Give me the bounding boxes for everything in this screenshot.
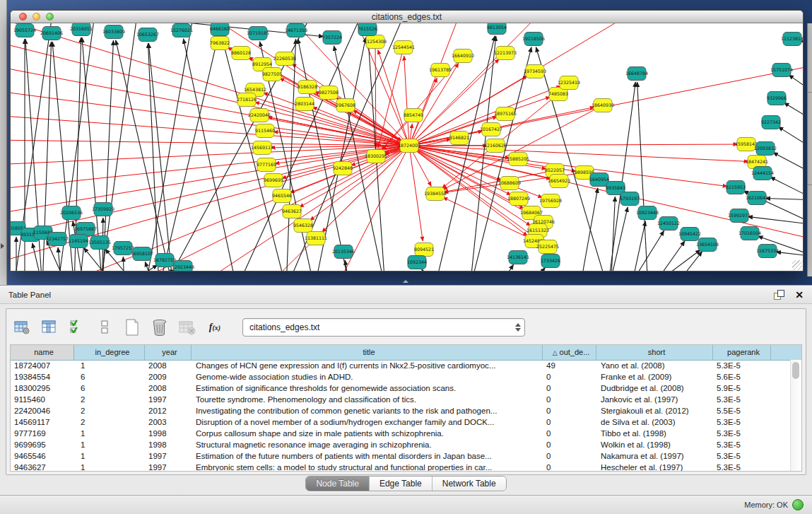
citation-edge-black[interactable] — [611, 197, 615, 271]
graph-node-2803144[interactable]: 2803144 — [295, 98, 314, 111]
graph-node-16210643[interactable]: 16210643 — [746, 192, 768, 205]
tab-node-table[interactable]: Node Table — [306, 477, 370, 491]
citation-edge-black[interactable] — [632, 230, 664, 271]
graph-node-9546328[interactable]: 9546328 — [293, 219, 313, 233]
delete-table-icon[interactable] — [177, 317, 197, 337]
citation-edge-red[interactable] — [410, 124, 412, 139]
table-row[interactable]: 946362711997Embryonic stem cells: a mode… — [11, 462, 790, 471]
column-header-pagerank[interactable]: pagerank — [713, 345, 771, 360]
split-pane-handle[interactable] — [403, 279, 409, 284]
citation-edge-black[interactable] — [770, 177, 803, 200]
citation-edge-black[interactable] — [773, 153, 803, 175]
graph-node-15751074[interactable]: 15751074 — [770, 64, 793, 77]
resize-grip[interactable] — [792, 260, 802, 270]
citation-edge-black[interactable] — [748, 216, 803, 225]
graph-node-10945422[interactable]: 10945422 — [678, 228, 701, 241]
control-panel-expand-icon[interactable] — [1, 243, 4, 249]
graph-node-12450122[interactable]: 12450122 — [657, 217, 680, 230]
zoom-icon[interactable] — [46, 13, 54, 21]
citation-edge-black[interactable] — [530, 267, 545, 271]
table-row[interactable]: 946554611997Estimation of the future num… — [11, 450, 790, 462]
table-row[interactable]: 1456911722003Disruption of a novel membe… — [11, 416, 790, 428]
citation-edge-black[interactable] — [675, 251, 702, 271]
graph-node-12093832[interactable]: 12093832 — [754, 142, 777, 156]
graph-node-20135346[interactable]: 20135346 — [332, 245, 355, 259]
column-visibility-icon[interactable] — [40, 317, 59, 337]
table-row[interactable]: 969969511998Structural magnetic resonanc… — [11, 439, 790, 450]
graph-node-19055724[interactable]: 19055724 — [13, 24, 36, 37]
graph-node-20691406[interactable]: 20691406 — [40, 27, 63, 40]
column-header-year[interactable]: year — [145, 345, 192, 360]
citation-edge-black[interactable] — [123, 257, 124, 271]
create-table-icon[interactable] — [122, 317, 142, 337]
graph-node-9827508[interactable]: 9827508 — [319, 86, 339, 100]
delete-rows-icon[interactable] — [150, 317, 170, 337]
network-canvas[interactable]: 1872400779638228860128891295422260538982… — [11, 23, 803, 271]
close-icon[interactable] — [19, 13, 27, 21]
tab-network-table[interactable]: Network Table — [433, 477, 506, 491]
function-builder-icon[interactable]: f(x) — [205, 317, 225, 337]
table-row[interactable]: 1872400712008Changes of HCN gene express… — [11, 360, 790, 371]
graph-node-8854749[interactable]: 8854749 — [404, 109, 423, 122]
graph-node-16654923[interactable]: 16654923 — [548, 175, 570, 188]
citation-edge-red[interactable] — [443, 108, 597, 189]
graph-node-7357224[interactable]: 7357224 — [322, 31, 342, 45]
column-header-out_de[interactable]: △out_de... — [543, 345, 596, 360]
column-header-title[interactable]: title — [192, 345, 543, 360]
citation-edge-black[interactable] — [116, 40, 173, 271]
citation-edge-black[interactable] — [654, 250, 700, 271]
minimize-icon[interactable] — [33, 13, 40, 21]
graph-node-18975165[interactable]: 18975165 — [494, 107, 517, 121]
citation-edge-red[interactable] — [410, 152, 423, 241]
graph-node-19384554[interactable]: 19384554 — [424, 187, 447, 201]
graph-node-1092344[interactable]: 1092344 — [407, 256, 427, 269]
graph-node-12213973[interactable]: 12213973 — [494, 47, 517, 60]
graph-node-12923448[interactable]: 12923448 — [172, 261, 194, 271]
citation-edge-red[interactable] — [375, 48, 376, 148]
citation-edge-black[interactable] — [286, 39, 296, 271]
citation-edge-black[interactable] — [765, 198, 803, 200]
graph-node-2718126[interactable]: 2718126 — [237, 93, 257, 107]
citation-edge-black[interactable] — [784, 103, 803, 122]
graph-node-14136141[interactable]: 14136141 — [507, 251, 529, 264]
graph-node-11123814[interactable]: 11123814 — [781, 33, 803, 46]
graph-node-16640910[interactable]: 16640910 — [452, 49, 474, 63]
graph-node-7963822[interactable]: 7963822 — [210, 37, 230, 50]
graph-node-9827505[interactable]: 9827505 — [262, 68, 282, 81]
graph-node-6793197[interactable]: 6793197 — [620, 192, 640, 206]
graph-node-11254308[interactable]: 11254308 — [364, 35, 387, 49]
graph-node-19218506[interactable]: 19218506 — [522, 33, 545, 46]
graph-node-15885205[interactable]: 15885205 — [507, 153, 529, 166]
graph-node-9146821[interactable]: 9146821 — [449, 132, 469, 145]
graph-node-15276021[interactable]: 15276021 — [170, 24, 193, 37]
graph-node-9699695[interactable]: 9699695 — [264, 174, 283, 187]
citation-edge-red[interactable] — [11, 147, 403, 239]
graph-node-9115460[interactable]: 9115460 — [255, 124, 275, 138]
graph-node-12325419[interactable]: 12325419 — [558, 76, 580, 90]
graph-node-9329966[interactable]: 9329966 — [767, 92, 787, 105]
graph-node-17016504[interactable]: 17016504 — [739, 227, 761, 240]
graph-node-6466160[interactable]: 6466160 — [210, 23, 230, 36]
graph-node-20316051[interactable]: 20316051 — [70, 23, 93, 36]
graph-node-10167427[interactable]: 10167427 — [480, 123, 502, 136]
graph-node-8215953[interactable]: 8215953 — [726, 181, 746, 194]
control-panel-collapsed-strip[interactable] — [0, 0, 7, 285]
graph-node-22420046[interactable]: 22420046 — [248, 109, 271, 122]
graph-node-10923448[interactable]: 10923448 — [636, 206, 659, 220]
graph-node-1733426[interactable]: 1733426 — [541, 255, 560, 268]
graph-node-9463627[interactable]: 9463627 — [282, 205, 302, 218]
graph-node-18724007[interactable]: 18724007 — [398, 139, 420, 153]
graph-node-12544541[interactable]: 12544541 — [392, 41, 415, 54]
results-panel-collapsed-strip[interactable] — [807, 23, 812, 276]
graph-node-18300295[interactable]: 18300295 — [365, 150, 387, 163]
citation-edge-black[interactable] — [422, 269, 435, 271]
table-row[interactable]: 2242004622012Investigating the contribut… — [11, 405, 790, 416]
table-selector-dropdown[interactable]: citations_edges.txt — [242, 318, 525, 337]
table-row[interactable]: 1830029562008Estimation of significance … — [11, 382, 790, 394]
graph-node-10688609[interactable]: 10688609 — [498, 177, 521, 190]
graph-node-18807249[interactable]: 18807249 — [507, 192, 530, 206]
citation-edge-black[interactable] — [776, 252, 803, 257]
window-titlebar[interactable]: citations_edges.txt — [11, 11, 803, 23]
scrollbar-thumb[interactable] — [792, 362, 799, 379]
graph-node-19613785[interactable]: 19613785 — [429, 64, 452, 77]
